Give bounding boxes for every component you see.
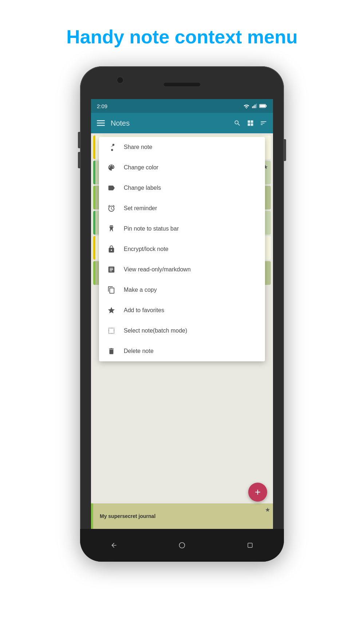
menu-item-label: Change color bbox=[124, 164, 158, 171]
document-icon bbox=[106, 264, 116, 275]
context-menu-overlay: Share noteChange colorChange labelsSet r… bbox=[91, 133, 273, 529]
menu-item-select-batch[interactable]: Select note(batch mode) bbox=[99, 321, 265, 341]
svg-point-11 bbox=[179, 543, 185, 548]
context-menu: Share noteChange colorChange labelsSet r… bbox=[99, 137, 265, 361]
menu-item-label: Encrypt/lock note bbox=[124, 246, 169, 252]
menu-item-label: Select note(batch mode) bbox=[124, 327, 187, 334]
grid-view-button[interactable] bbox=[247, 119, 254, 127]
home-button[interactable] bbox=[175, 539, 189, 552]
sort-button[interactable] bbox=[260, 119, 267, 127]
menu-item-encrypt-note[interactable]: Encrypt/lock note bbox=[99, 239, 265, 259]
menu-item-delete-note[interactable]: Delete note bbox=[99, 341, 265, 361]
menu-item-change-labels[interactable]: Change labels bbox=[99, 178, 265, 198]
phone-navigation-bar bbox=[80, 529, 284, 562]
lock-icon bbox=[106, 244, 116, 254]
menu-item-label: Add to favorites bbox=[124, 307, 164, 314]
pin-icon bbox=[106, 224, 116, 234]
menu-item-label: Change labels bbox=[124, 185, 161, 191]
search-button[interactable] bbox=[234, 119, 241, 127]
menu-item-label: Make a copy bbox=[124, 287, 157, 293]
menu-item-label: Share note bbox=[124, 144, 152, 150]
volume-down-button bbox=[78, 152, 80, 168]
alarm-icon bbox=[106, 203, 116, 213]
menu-item-set-reminder[interactable]: Set reminder bbox=[99, 198, 265, 219]
svg-rect-4 bbox=[256, 104, 257, 108]
app-bar-title: Notes bbox=[111, 119, 234, 127]
power-button bbox=[284, 139, 286, 161]
phone-screen: 2:09 bbox=[91, 99, 273, 529]
notes-area: ★ Share noteChange colorC bbox=[91, 133, 273, 529]
recents-button[interactable] bbox=[244, 539, 257, 552]
wifi-icon bbox=[243, 103, 250, 109]
volume-up-button bbox=[78, 132, 80, 148]
copy-icon bbox=[106, 285, 116, 295]
battery-icon bbox=[259, 103, 267, 109]
menu-item-label: Set reminder bbox=[124, 205, 157, 212]
front-camera bbox=[116, 76, 124, 84]
signal-icon bbox=[252, 103, 257, 109]
menu-item-make-copy[interactable]: Make a copy bbox=[99, 280, 265, 300]
svg-rect-2 bbox=[253, 106, 254, 108]
star-icon bbox=[106, 305, 116, 315]
svg-rect-7 bbox=[260, 105, 265, 107]
app-bar: Notes bbox=[91, 113, 273, 133]
svg-rect-10 bbox=[97, 125, 105, 126]
status-icons bbox=[243, 103, 267, 109]
menu-item-share-note[interactable]: Share note bbox=[99, 137, 265, 157]
svg-rect-1 bbox=[252, 107, 253, 109]
back-button[interactable] bbox=[107, 539, 120, 552]
app-bar-icons bbox=[234, 119, 267, 127]
menu-item-label: Pin note to status bar bbox=[124, 225, 179, 232]
menu-item-view-readonly[interactable]: View read-only/markdown bbox=[99, 259, 265, 280]
svg-rect-12 bbox=[248, 543, 252, 547]
share-icon bbox=[106, 142, 116, 152]
delete-icon bbox=[106, 346, 116, 356]
svg-rect-9 bbox=[97, 123, 105, 124]
label-icon bbox=[106, 183, 116, 193]
menu-item-change-color[interactable]: Change color bbox=[99, 157, 265, 178]
page-title: Handy note context menu bbox=[52, 25, 312, 48]
svg-rect-3 bbox=[255, 105, 256, 108]
status-bar: 2:09 bbox=[91, 99, 273, 113]
menu-item-pin-note[interactable]: Pin note to status bar bbox=[99, 219, 265, 239]
menu-item-label: View read-only/markdown bbox=[124, 266, 191, 273]
palette-icon bbox=[106, 162, 116, 173]
earpiece-speaker bbox=[164, 83, 200, 86]
phone-shell: 2:09 bbox=[80, 66, 284, 562]
svg-rect-8 bbox=[97, 120, 105, 121]
menu-item-add-favorites[interactable]: Add to favorites bbox=[99, 300, 265, 321]
status-time: 2:09 bbox=[97, 103, 107, 109]
select-icon bbox=[106, 326, 116, 336]
hamburger-menu-button[interactable] bbox=[97, 120, 105, 126]
svg-rect-6 bbox=[266, 105, 266, 107]
svg-point-0 bbox=[246, 108, 247, 109]
menu-item-label: Delete note bbox=[124, 348, 154, 354]
phone-top bbox=[80, 66, 284, 99]
